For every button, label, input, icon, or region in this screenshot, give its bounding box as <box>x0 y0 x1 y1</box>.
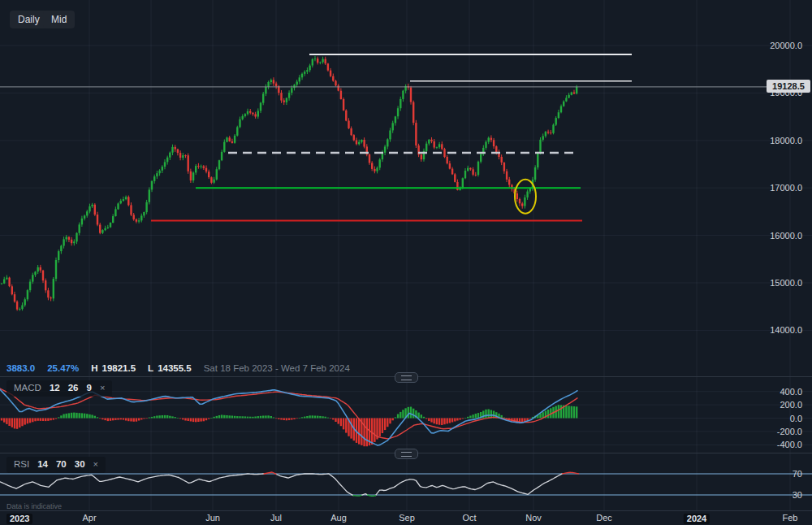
macd-indicator-label[interactable]: MACD 12 26 9 × <box>6 380 112 397</box>
macd-param-signal: 9 <box>86 384 91 393</box>
time-label-feb: Feb <box>783 514 798 523</box>
date-range: Sat 18 Feb 2023 - Wed 7 Feb 2024 <box>204 363 350 373</box>
rsi-close-icon[interactable]: × <box>93 460 98 469</box>
time-label-aug: Aug <box>330 514 347 523</box>
time-label-sep: Sep <box>399 514 415 523</box>
time-label-dec: Dec <box>596 514 612 523</box>
trading-chart-app: Daily Mid 3883.0 25.47% H 19821.5 L 1435… <box>0 0 812 525</box>
time-label-nov: Nov <box>525 514 542 523</box>
time-label-apr: Apr <box>82 514 96 523</box>
low-label: L <box>148 363 153 373</box>
time-label-oct: Oct <box>462 514 476 523</box>
symbol-stats-bar: 3883.0 25.47% H 19821.5 L 14355.5 Sat 18… <box>6 363 350 373</box>
macd-param-slow: 26 <box>68 384 79 393</box>
timeframe-button-mid[interactable]: Mid <box>43 11 75 28</box>
pane-resize-handle-rsi[interactable] <box>395 449 418 459</box>
timeframe-button-daily[interactable]: Daily <box>10 11 48 28</box>
low-value: 14355.5 <box>158 363 192 373</box>
last-price-badge: 19128.5 <box>767 80 810 93</box>
time-label-2024: 2024 <box>684 514 710 524</box>
macd-title: MACD <box>14 384 41 393</box>
change-value: 3883.0 <box>6 363 35 373</box>
rsi-indicator-label[interactable]: RSI 14 70 30 × <box>6 457 106 473</box>
macd-close-icon[interactable]: × <box>100 384 105 393</box>
time-axis[interactable]: 2023AprJunJulAugSepOctNovDec2024Feb <box>0 510 812 525</box>
change-percent: 25.47% <box>47 363 79 373</box>
pane-resize-handle-macd[interactable] <box>395 372 418 383</box>
rsi-title: RSI <box>14 460 29 470</box>
high-label: H <box>91 363 97 373</box>
rsi-param-upper: 70 <box>56 460 67 470</box>
rsi-param-length: 14 <box>37 460 48 470</box>
time-label-jul: Jul <box>270 514 282 523</box>
chart-canvas[interactable] <box>0 0 812 525</box>
data-indicative-note: Data is indicative <box>6 502 62 510</box>
rsi-param-lower: 30 <box>75 460 85 470</box>
time-label-2023: 2023 <box>6 514 32 524</box>
macd-param-fast: 12 <box>50 384 60 393</box>
high-value: 19821.5 <box>102 363 136 373</box>
time-label-jun: Jun <box>205 514 220 523</box>
